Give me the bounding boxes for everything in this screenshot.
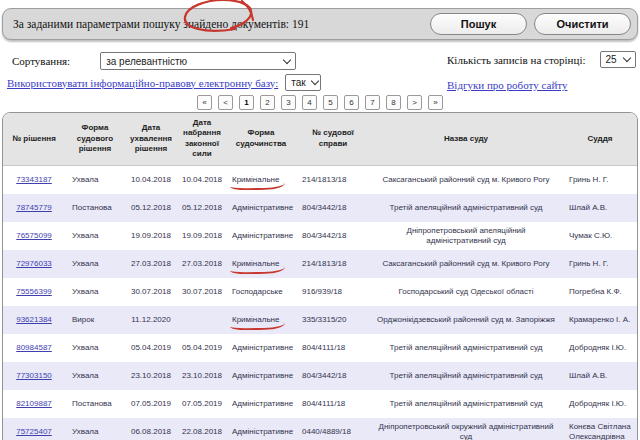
judge-name: Гринь Н. Г. <box>569 259 608 268</box>
proceeding-type: Адміністративне <box>232 399 293 408</box>
proceeding-type: Кримінальне <box>232 175 279 185</box>
table-cell <box>177 306 227 334</box>
decision-link[interactable]: 77303150 <box>16 371 52 380</box>
table-row: 75725407Ухвала06.08.201822.08.2018Адміні… <box>3 418 638 440</box>
legal-db-link[interactable]: Використовувати інформаційно-правову еле… <box>7 77 278 89</box>
table-cell: 06.08.2018 <box>125 418 177 440</box>
results-table-container: № рішенняФорма судового рішенняДата ухва… <box>2 112 638 440</box>
court-name: Дніпропетровський окружний адміністратив… <box>379 422 554 440</box>
force-date: 30.07.2018 <box>182 287 222 296</box>
force-date: 10.04.2018 <box>182 175 222 184</box>
pagination-button[interactable]: < <box>218 95 233 110</box>
judge-name: Добродняк І.Ю. <box>569 343 626 352</box>
table-cell: 07.05.2019 <box>177 390 227 418</box>
table-cell: Чумак С.Ю. <box>561 222 638 250</box>
table-cell: Гринь Н. Г. <box>561 250 638 278</box>
proceeding-type: Адміністративне <box>232 343 293 352</box>
feedback-link[interactable]: Відгуки про роботу сайту <box>447 79 567 91</box>
clear-button[interactable]: Очистити <box>534 13 631 35</box>
table-cell: 0440/4889/18 <box>295 418 371 440</box>
table-cell: 82109887 <box>3 390 65 418</box>
table-cell: Адміністративне <box>227 334 295 362</box>
proceeding-type: Господарське <box>232 287 283 296</box>
pagination-button[interactable]: 3 <box>281 95 296 110</box>
decision-link[interactable]: 73343187 <box>16 175 52 184</box>
sort-select-value: за релевантністю <box>106 56 187 67</box>
decision-date: 10.04.2018 <box>131 175 171 184</box>
decision-form: Ухвала <box>72 371 98 380</box>
pagination-button[interactable]: 4 <box>302 95 317 110</box>
table-row: 77303150Ухвала23.10.201823.10.2018Адміні… <box>3 362 638 390</box>
table-cell: 23.10.2018 <box>125 362 177 390</box>
court-registry-search-results-page: За заданими параметрами пошуку знайдено … <box>0 0 640 440</box>
sort-select[interactable]: за релевантністю <box>100 52 296 70</box>
search-button[interactable]: Пошук <box>430 13 527 35</box>
table-cell: 30.07.2018 <box>177 278 227 306</box>
pagination-button[interactable]: 1 <box>239 95 254 110</box>
table-cell: Добродняк І.Ю. <box>561 334 638 362</box>
proceeding-type: Кримінальне <box>232 315 279 325</box>
pagination-button[interactable]: 8 <box>386 95 401 110</box>
pagination-button[interactable]: > <box>407 95 422 110</box>
sort-control: Сортування: за релевантністю <box>12 52 296 70</box>
table-cell: Конєва Світлана Олександрівна <box>561 418 638 440</box>
table-cell: 05.04.2019 <box>125 334 177 362</box>
decision-form: Ухвала <box>72 287 98 296</box>
decision-link[interactable]: 93621384 <box>16 315 52 324</box>
pagination-button[interactable]: 7 <box>365 95 380 110</box>
decision-date: 06.08.2018 <box>131 427 171 436</box>
table-cell: 93621384 <box>3 306 65 334</box>
decision-link[interactable]: 82109887 <box>16 399 52 408</box>
table-cell: Добродняк І.Ю. <box>561 390 638 418</box>
table-cell: Вирок <box>65 306 125 334</box>
judge-name: Шлай А.В. <box>569 371 607 380</box>
decision-link[interactable]: 75725407 <box>16 427 52 436</box>
topbar-buttons: Пошук Очистити <box>430 13 631 35</box>
per-page-select[interactable]: 25 <box>600 51 636 68</box>
table-cell: 804/4111/18 <box>295 390 371 418</box>
table-cell: 78745779 <box>3 194 65 222</box>
pagination-button[interactable]: 5 <box>323 95 338 110</box>
table-cell: 30.07.2018 <box>125 278 177 306</box>
table-cell: 11.12.2020 <box>125 306 177 334</box>
table-row: 72976033Ухвала27.03.201827.03.2018Кримін… <box>3 250 638 278</box>
case-number: 0440/4889/18 <box>302 427 351 436</box>
results-bar: За заданими параметрами пошуку знайдено … <box>2 8 638 40</box>
decision-date: 30.07.2018 <box>131 287 171 296</box>
legal-db-select[interactable]: так <box>285 74 321 91</box>
decision-link[interactable]: 80984587 <box>16 343 52 352</box>
court-name: Саксаганський районний суд м. Кривого Ро… <box>382 175 549 184</box>
table-cell: Адміністративне <box>227 222 295 250</box>
pagination-button[interactable]: « <box>197 95 212 110</box>
decision-date: 19.09.2018 <box>131 231 171 240</box>
pagination-button[interactable]: 6 <box>344 95 359 110</box>
decision-link[interactable]: 78745779 <box>16 203 52 212</box>
pagination-button[interactable]: 2 <box>260 95 275 110</box>
force-date: 27.03.2018 <box>182 259 222 268</box>
proceeding-type: Адміністративне <box>232 371 293 380</box>
results-count-text: За заданими параметрами пошуку знайдено … <box>13 18 309 30</box>
decision-link[interactable]: 75556399 <box>16 287 52 296</box>
decision-date: 05.12.2018 <box>131 203 171 212</box>
table-row: 80984587Ухвала05.04.201905.04.2019Адміні… <box>3 334 638 362</box>
decision-link[interactable]: 76575099 <box>16 231 52 240</box>
decision-link[interactable]: 72976033 <box>16 259 52 268</box>
column-header: Форма судового рішення <box>65 113 125 165</box>
column-header: № судової справи <box>295 113 371 165</box>
decision-form: Ухвала <box>72 231 98 240</box>
force-date: 07.05.2019 <box>182 399 222 408</box>
table-cell: 72976033 <box>3 250 65 278</box>
case-number: 214/1813/18 <box>302 259 347 268</box>
table-cell: Ухвала <box>65 278 125 306</box>
court-name: Третій апеляційний адміністративний суд <box>390 371 543 380</box>
table-cell: Ухвала <box>65 222 125 250</box>
table-cell: 80984587 <box>3 334 65 362</box>
court-name: Третій апеляційний адміністративний суд <box>390 343 543 352</box>
pagination-button[interactable]: » <box>428 95 443 110</box>
table-row: 76575099Ухвала19.09.201819.09.2018Адміні… <box>3 222 638 250</box>
column-header: Назва суду <box>371 113 561 165</box>
pagination: «<12345678>» <box>0 91 640 110</box>
judge-name: Конєва Світлана Олександрівна <box>569 422 631 440</box>
table-cell: 76575099 <box>3 222 65 250</box>
table-cell: 75725407 <box>3 418 65 440</box>
